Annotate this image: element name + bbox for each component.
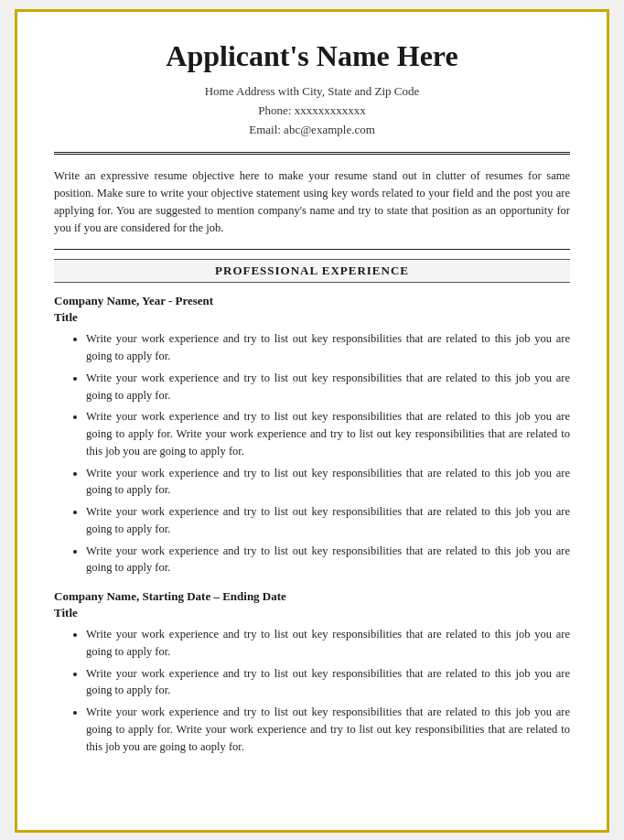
list-item: Write your work experience and try to li…: [86, 665, 570, 700]
contact-info: Home Address with City, State and Zip Co…: [54, 82, 570, 139]
objective-text: Write an expressive resume objective her…: [54, 167, 570, 236]
job-block-2: Company Name, Starting Date – Ending Dat…: [54, 589, 570, 755]
header-section: Applicant's Name Here Home Address with …: [54, 39, 570, 139]
list-item: Write your work experience and try to li…: [86, 503, 570, 538]
list-item: Write your work experience and try to li…: [86, 370, 570, 404]
bullet-list-2: Write your work experience and try to li…: [54, 626, 570, 755]
list-item: Write your work experience and try to li…: [86, 704, 570, 755]
resume-page: Applicant's Name Here Home Address with …: [15, 9, 609, 833]
address-line: Home Address with City, State and Zip Co…: [54, 82, 570, 102]
professional-experience-header: PROFESSIONAL EXPERIENCE: [54, 259, 570, 283]
job-title-2: Title: [54, 606, 570, 620]
list-item: Write your work experience and try to li…: [86, 465, 570, 500]
list-item: Write your work experience and try to li…: [86, 543, 570, 577]
list-item: Write your work experience and try to li…: [86, 408, 570, 459]
applicant-name: Applicant's Name Here: [54, 39, 570, 73]
list-item: Write your work experience and try to li…: [86, 626, 570, 661]
list-item: Write your work experience and try to li…: [86, 330, 570, 365]
bullet-list-1: Write your work experience and try to li…: [54, 330, 570, 576]
company-name-1: Company Name, Year - Present: [54, 294, 570, 308]
phone-line: Phone: xxxxxxxxxxxx: [54, 102, 570, 121]
job-title-1: Title: [54, 310, 570, 325]
company-name-2: Company Name, Starting Date – Ending Dat…: [54, 589, 570, 604]
job-block-1: Company Name, Year - Present Title Write…: [54, 294, 570, 576]
header-divider: [54, 152, 570, 155]
objective-section: Write an expressive resume objective her…: [54, 167, 570, 236]
objective-divider: [54, 249, 570, 250]
email-line: Email: abc@example.com: [54, 121, 570, 140]
